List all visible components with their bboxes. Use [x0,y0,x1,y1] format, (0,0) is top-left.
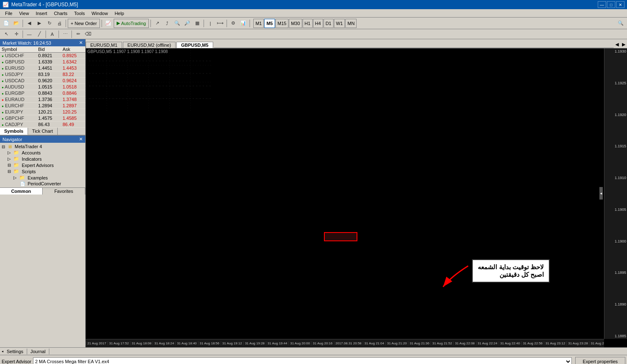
chart-scroll-left[interactable]: ◀ [614,41,620,48]
crosshair-btn[interactable]: ✛ [12,30,21,39]
period-d1[interactable]: D1 [324,19,334,28]
print-btn[interactable]: 🖨 [55,19,64,28]
period-arrow-btn[interactable]: ⟼ [216,19,225,28]
draw-btn[interactable]: ✏ [74,30,83,39]
market-watch-row[interactable]: ● EURAUD 1.3736 1.3748 [0,96,85,103]
chart-tab-eurusd-m2[interactable]: EURUSD,M2 (offline) [123,42,176,48]
nav-tab-common[interactable]: Common [0,188,43,195]
indicator-btn2[interactable]: ⤴ [163,19,172,28]
chart-tab-eurusd-m1[interactable]: EURUSD,M1 [86,42,122,48]
price-8: 1.1895 [605,270,626,275]
minimize-button[interactable]: — [598,1,606,8]
mw-col-symbol: Symbol [0,46,36,53]
chart-tab-gbpusd-m5[interactable]: GBPUSD,M5 [176,42,213,48]
new-order-button[interactable]: + New Order [68,19,100,28]
mw-ask: 0.8846 [61,90,85,96]
menu-view[interactable]: View [16,10,33,17]
open-btn[interactable]: 📂 [12,19,21,28]
search-btn[interactable]: 🔍 [616,19,625,28]
nav-item-indicators[interactable]: ▷📁Indicators [0,156,85,162]
forward-btn[interactable]: ▶ [35,19,44,28]
market-watch-row[interactable]: ● EURGBP 0.8843 0.8846 [0,90,85,96]
nav-item-expert-advisors[interactable]: ⊟📁Expert Advisors [0,162,85,168]
erase-btn[interactable]: ⌫ [84,30,93,39]
mw-dot: ● [2,117,4,121]
fib-btn[interactable]: ⋯ [61,30,70,39]
tab-symbols[interactable]: Symbols [0,128,28,135]
back-btn[interactable]: ◀ [25,19,34,28]
expert-properties-button[interactable]: Expert properties [575,357,625,364]
new-btn[interactable]: 📄 [2,19,11,28]
settings-btn[interactable]: ⚙ [229,19,238,28]
period-m30[interactable]: M30 [289,19,302,28]
market-watch-row[interactable]: ● EURUSD 1.4451 1.4453 [0,65,85,71]
new-order-label: New Order [74,21,97,26]
menu-insert[interactable]: Insert [32,10,51,17]
time-11: 31 Aug 20:16 [311,341,334,345]
sep2 [66,20,66,27]
panel-collapse-btn[interactable]: ◄ [0,349,3,354]
market-watch-row[interactable]: ● GBPCHF 1.4575 1.4585 [0,115,85,121]
ea-select[interactable]: 2 MA Crosses Mega filter EA V1.ex4 [33,357,572,364]
maximize-button[interactable]: □ [607,1,615,8]
nav-item-metatrader-4[interactable]: ⊟🖥MetaTrader 4 [0,144,85,149]
period-m5[interactable]: M5 [264,19,275,28]
market-watch-row[interactable]: ● AUDUSD 1.0515 1.0518 [0,84,85,90]
chart-line-btn[interactable]: 📈 [104,19,113,28]
market-watch-header: Market Watch: 16:24:53 ✕ [0,39,85,46]
period-h4[interactable]: H4 [313,19,323,28]
trendline-btn[interactable]: ╱ [35,30,44,39]
navigator-close[interactable]: ✕ [79,136,83,142]
time-16: 31 Aug 21:52 [431,341,453,345]
menu-window[interactable]: Window [88,10,111,17]
menu-bar: File View Insert Charts Tools Window Hel… [0,9,627,18]
market-watch-row[interactable]: ● USDCHF 0.8921 0.8925 [0,53,85,59]
period-h1[interactable]: H1 [303,19,313,28]
menu-charts[interactable]: Charts [51,10,71,17]
time-5: 31 Aug 18:40 [175,341,198,345]
chart-canvas[interactable]: GBPUSD,M5 1.1907 1.1908 1.1907 1.1908 [86,48,627,347]
period-sep-btn[interactable]: | [206,19,215,28]
chart-scroll-right[interactable]: ▶ [620,41,627,48]
nav-item-accounts[interactable]: ▷📁Accounts [0,149,85,156]
zoom-out-btn[interactable]: 🔎 [183,19,192,28]
auto-trading-button[interactable]: ▶ AutoTrading [114,19,149,28]
nav-item-periodconverter[interactable]: 📄PeriodConverter [0,181,85,187]
market-watch-row[interactable]: ● EURJPY 120.21 120.25 [0,109,85,115]
period-w1[interactable]: W1 [334,19,345,28]
tab-settings[interactable]: Settings [3,349,27,354]
chart-btn[interactable]: 📊 [239,19,248,28]
market-watch-row[interactable]: ● EURCHF 1.2894 1.2897 [0,103,85,109]
script-icon: 📄 [20,182,25,186]
market-watch-row[interactable]: ● USDJPY 83.19 83.22 [0,71,85,78]
tab-tick-chart[interactable]: Tick Chart [28,128,58,135]
nav-item-scripts[interactable]: ⊟📁Scripts [0,168,85,174]
nav-item-examples[interactable]: ▷📁Examples [0,174,85,181]
indicator-btn1[interactable]: ↗ [153,19,162,28]
period-mn[interactable]: MN [345,19,357,28]
market-watch-scroll[interactable]: Symbol Bid Ask ● USDCHF 0.8921 0.8925 ● … [0,46,85,128]
market-watch-close[interactable]: ✕ [79,40,83,46]
menu-file[interactable]: File [2,10,16,17]
close-button[interactable]: ✕ [616,1,624,8]
market-watch-row[interactable]: ● CADJPY 86.43 86.49 [0,121,85,128]
mw-symbol: ● GBPUSD [0,59,36,65]
cursor-btn[interactable]: ↖ [2,30,11,39]
menu-help[interactable]: Help [111,10,127,17]
period-m1[interactable]: M1 [253,19,264,28]
market-watch-row[interactable]: ● GBPUSD 1.6339 1.6342 [0,59,85,65]
zoom-in-btn[interactable]: 🔍 [173,19,182,28]
mw-symbol: ● EURAUD [0,96,36,103]
tab-journal[interactable]: Journal [27,349,49,354]
nav-tab-favorites[interactable]: Favorites [43,188,85,195]
mw-symbol: ● EURUSD [0,65,36,71]
mw-bid: 120.21 [36,109,61,115]
period-m15[interactable]: M15 [275,19,288,28]
text-btn[interactable]: A [48,30,57,39]
chart-type-btn[interactable]: ▦ [193,19,202,28]
menu-tools[interactable]: Tools [71,10,88,17]
market-watch-row[interactable]: ● USDCAD 0.9620 0.9624 [0,78,85,84]
hline-btn[interactable]: — [25,30,34,39]
chart-sidebar-toggle[interactable]: ◄ [599,187,603,200]
refresh-btn[interactable]: ↻ [45,19,54,28]
